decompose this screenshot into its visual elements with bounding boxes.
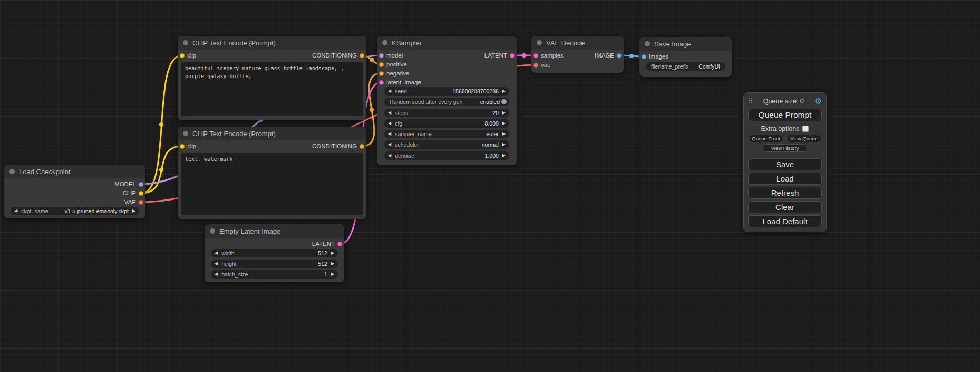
decrement-arrow-icon[interactable]: ◀	[388, 142, 391, 147]
increment-arrow-icon[interactable]: ▶	[502, 142, 506, 147]
decrement-arrow-icon[interactable]: ◀	[14, 209, 17, 213]
collapse-dot-icon[interactable]	[382, 40, 387, 45]
view-history-button[interactable]: View History	[762, 144, 808, 152]
input-port-latent-image[interactable]: latent_image	[379, 79, 421, 86]
port-dot-clip[interactable]	[180, 144, 185, 149]
collapse-dot-icon[interactable]	[645, 41, 650, 46]
increment-arrow-icon[interactable]: ▶	[502, 89, 506, 93]
prompt-textarea[interactable]: beautiful scenery nature glass bottle la…	[181, 62, 363, 116]
increment-arrow-icon[interactable]: ▶	[502, 132, 506, 136]
port-dot-latent[interactable]	[379, 80, 384, 85]
input-port-clip[interactable]: clip	[180, 52, 196, 59]
toggle-dot-icon[interactable]	[501, 99, 507, 104]
port-dot-conditioning[interactable]	[360, 53, 364, 58]
drag-handle-icon[interactable]: ⠿	[748, 98, 753, 105]
collapse-dot-icon[interactable]	[183, 40, 188, 45]
decrement-arrow-icon[interactable]: ◀	[215, 262, 218, 266]
port-dot-clip[interactable]	[139, 191, 143, 196]
decrement-arrow-icon[interactable]: ◀	[388, 132, 391, 136]
increment-arrow-icon[interactable]: ▶	[502, 121, 506, 126]
port-dot-conditioning[interactable]	[360, 144, 364, 149]
clear-button[interactable]: Clear	[748, 201, 822, 213]
node-title-bar[interactable]: VAE Decode	[531, 36, 624, 50]
output-port-vae[interactable]: VAE	[124, 198, 143, 206]
input-port-vae[interactable]: vae	[533, 61, 551, 69]
increment-arrow-icon[interactable]: ▶	[331, 262, 334, 266]
input-port-images[interactable]: images	[642, 53, 668, 60]
output-port-clip[interactable]: CLIP	[122, 189, 143, 197]
collapse-dot-icon[interactable]	[210, 228, 215, 234]
decrement-arrow-icon[interactable]: ◀	[388, 89, 391, 93]
port-dot-vae[interactable]	[139, 200, 143, 205]
extra-options-checkbox[interactable]	[802, 126, 809, 132]
widget-denoise[interactable]: ◀ denoise 1.000 ▶	[384, 151, 509, 160]
node-save-image[interactable]: Save Image images filename_prefix ComfyU…	[639, 37, 732, 77]
port-dot-model[interactable]	[379, 53, 384, 58]
load-default-button[interactable]: Load Default	[748, 215, 822, 227]
widget-scheduler[interactable]: ◀ scheduler normal ▶	[384, 140, 509, 149]
port-dot-image[interactable]	[642, 54, 646, 59]
settings-gear-icon[interactable]: ⚙	[814, 97, 822, 106]
increment-arrow-icon[interactable]: ▶	[331, 251, 334, 255]
widget-ckpt-name[interactable]: ◀ ckpt_name v1-5-pruned-emaonly.ckpt ▶	[11, 207, 139, 215]
port-dot-latent[interactable]	[337, 242, 342, 246]
output-port-conditioning[interactable]: CONDITIONING	[312, 142, 364, 150]
input-port-model[interactable]: model	[379, 52, 403, 59]
widget-batch-size[interactable]: ◀ batch_size 1 ▶	[211, 270, 338, 279]
widget-width[interactable]: ◀ width 512 ▶	[211, 249, 338, 257]
port-dot-conditioning[interactable]	[379, 62, 384, 67]
node-load-checkpoint[interactable]: Load Checkpoint MODEL CLIP VAE ◀ ckpt_na…	[4, 165, 145, 218]
increment-arrow-icon[interactable]: ▶	[502, 154, 506, 158]
output-port-conditioning[interactable]: CONDITIONING	[312, 52, 364, 59]
input-port-negative[interactable]: negative	[379, 70, 409, 77]
widget-steps[interactable]: ◀ steps 20 ▶	[384, 109, 509, 117]
port-dot-vae[interactable]	[533, 63, 538, 68]
increment-arrow-icon[interactable]: ▶	[132, 209, 135, 213]
load-button[interactable]: Load	[748, 173, 822, 185]
increment-arrow-icon[interactable]: ▶	[502, 111, 506, 115]
decrement-arrow-icon[interactable]: ◀	[388, 111, 391, 115]
node-title-bar[interactable]: Load Checkpoint	[4, 165, 145, 178]
node-empty-latent-image[interactable]: Empty Latent Image LATENT ◀ width 512 ▶ …	[205, 224, 344, 282]
port-dot-image[interactable]	[617, 53, 622, 58]
node-clip-text-encode-positive[interactable]: CLIP Text Encode (Prompt) clip CONDITION…	[178, 36, 366, 120]
queue-front-button[interactable]: Queue Front	[748, 135, 784, 142]
node-title-bar[interactable]: Empty Latent Image	[205, 224, 344, 238]
input-port-positive[interactable]: positive	[379, 61, 407, 68]
output-port-image[interactable]: IMAGE	[595, 52, 622, 59]
decrement-arrow-icon[interactable]: ◀	[388, 121, 391, 126]
node-title-bar[interactable]: KSampler	[377, 36, 517, 50]
widget-filename-prefix[interactable]: filename_prefix ComfyUI	[646, 62, 725, 71]
widget-seed[interactable]: ◀ seed 156680208700286 ▶	[384, 87, 509, 96]
node-title-bar[interactable]: Save Image	[639, 37, 732, 51]
port-dot-latent[interactable]	[533, 53, 538, 58]
queue-prompt-button[interactable]: Queue Prompt	[748, 109, 822, 121]
decrement-arrow-icon[interactable]: ◀	[215, 251, 218, 255]
collapse-dot-icon[interactable]	[9, 169, 15, 174]
prompt-textarea[interactable]: text, watermark	[181, 153, 363, 215]
node-clip-text-encode-negative[interactable]: CLIP Text Encode (Prompt) clip CONDITION…	[178, 127, 366, 219]
input-port-samples[interactable]: samples	[533, 52, 564, 59]
save-button[interactable]: Save	[748, 158, 822, 170]
port-dot-latent[interactable]	[510, 53, 515, 58]
port-dot-model[interactable]	[139, 182, 143, 187]
widget-random-seed-toggle[interactable]: Random seed after every gen enabled	[384, 98, 509, 106]
node-ksampler[interactable]: KSampler model positive negative latent_…	[377, 36, 517, 165]
view-queue-button[interactable]: View Queue	[786, 135, 822, 142]
output-port-latent[interactable]: LATENT	[312, 240, 342, 247]
decrement-arrow-icon[interactable]: ◀	[388, 154, 391, 158]
widget-height[interactable]: ◀ height 512 ▶	[211, 260, 338, 268]
collapse-dot-icon[interactable]	[537, 40, 542, 45]
port-dot-clip[interactable]	[180, 53, 185, 58]
node-title-bar[interactable]: CLIP Text Encode (Prompt)	[178, 127, 366, 140]
input-port-clip[interactable]: clip	[180, 142, 196, 150]
node-vae-decode[interactable]: VAE Decode samples IMAGE vae	[531, 36, 624, 73]
node-title-bar[interactable]: CLIP Text Encode (Prompt)	[178, 36, 366, 50]
decrement-arrow-icon[interactable]: ◀	[215, 272, 218, 276]
output-port-latent[interactable]: LATENT	[484, 52, 515, 59]
refresh-button[interactable]: Refresh	[748, 187, 822, 199]
output-port-model[interactable]: MODEL	[114, 180, 143, 188]
collapse-dot-icon[interactable]	[183, 131, 188, 136]
port-dot-conditioning[interactable]	[379, 71, 384, 76]
increment-arrow-icon[interactable]: ▶	[331, 272, 334, 276]
